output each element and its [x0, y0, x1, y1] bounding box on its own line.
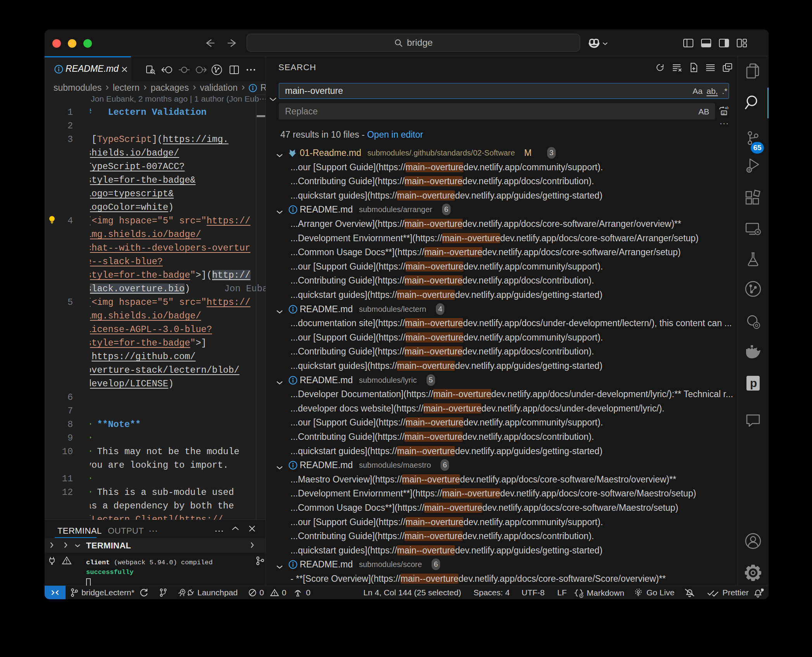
svg-text:p: p	[750, 377, 757, 389]
